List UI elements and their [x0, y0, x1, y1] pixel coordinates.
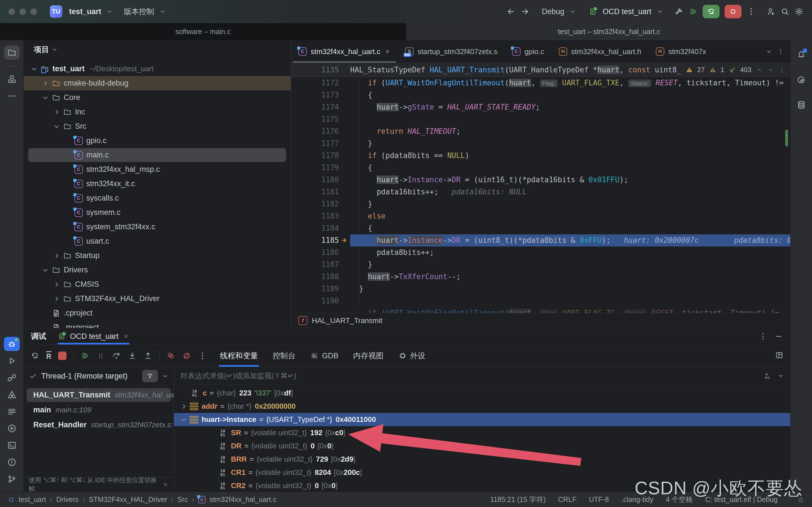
tree-row[interactable]: Csystem_stm32f4xx.c — [24, 220, 291, 234]
tree-row[interactable]: CMSIS — [24, 277, 291, 291]
tab-stm32f4xx_hal_uart.h[interactable]: Hstm32f4xx_hal_uart.h — [552, 40, 649, 63]
tree-row[interactable]: test_uart~/Desktop/test_uart — [24, 62, 291, 76]
line-number[interactable]: 1185 — [291, 234, 350, 246]
sidebar-item-debug[interactable] — [4, 337, 20, 351]
layout-settings-icon[interactable] — [775, 351, 783, 359]
inspections-menu-icon[interactable] — [778, 66, 785, 73]
run-config-selector[interactable]: OCD test_uart — [603, 7, 651, 16]
breadcrumb[interactable]: test_uart›Drivers›STM32F4xx_HAL_Driver›S… — [8, 496, 276, 504]
chevron-right-icon[interactable] — [180, 402, 188, 411]
chevron-down-icon[interactable] — [162, 373, 168, 379]
sidebar-item-git[interactable] — [4, 472, 20, 486]
stop-icon[interactable] — [58, 351, 66, 360]
frames-list[interactable]: HAL_UART_Transmitstm32f4xx_hal_uamainmai… — [24, 385, 174, 432]
sidebar-item-problems[interactable] — [4, 455, 20, 469]
line-number[interactable]: 1172 — [291, 77, 350, 89]
more-actions-icon[interactable] — [747, 7, 756, 16]
mute-breakpoints-icon[interactable] — [182, 351, 191, 360]
watch-input[interactable]: 对表达式求值(↵)或添加监视(⇧⌘↵) — [174, 367, 790, 385]
status-item[interactable]: 1185:21 (15 字符) — [490, 495, 546, 504]
step-over-icon[interactable] — [112, 351, 121, 360]
debug-tab-控制台[interactable]: 控制台 — [273, 345, 296, 367]
step-out-icon[interactable] — [144, 351, 153, 360]
tab-gpio.c[interactable]: Cgpio.c — [505, 40, 551, 63]
tree-row[interactable]: Csyscalls.c — [24, 191, 291, 205]
run-icon[interactable] — [689, 7, 698, 16]
maximize-window-icon[interactable] — [31, 8, 37, 15]
tree-row[interactable]: Startup — [24, 248, 291, 263]
debug-more-icon[interactable] — [198, 351, 207, 360]
breadcrumb-item[interactable]: stm32f4xx_hal_uart.c — [209, 496, 276, 504]
sidebar-item-notifications[interactable] — [794, 47, 809, 61]
variable-row[interactable]: huart->Instance={USART_TypeDef *}0x40011… — [174, 413, 790, 426]
tree-row[interactable]: Cstm32f4xx_hal_msp.c — [24, 162, 291, 177]
chevron-down-icon[interactable] — [41, 94, 50, 102]
sidebar-item-more[interactable] — [4, 89, 20, 103]
line-number[interactable]: 1186 — [291, 246, 350, 259]
minimize-window-icon[interactable] — [19, 8, 26, 15]
line-number[interactable]: 1184 — [291, 222, 350, 234]
sidebar-item-run-anything[interactable] — [4, 421, 20, 436]
chevron-down-icon[interactable] — [52, 122, 61, 131]
next-problem-icon[interactable] — [767, 66, 774, 73]
settings-icon[interactable] — [795, 7, 804, 16]
search-icon[interactable] — [780, 7, 790, 16]
chevron-down-icon[interactable] — [41, 266, 50, 274]
project-tree[interactable]: test_uart~/Desktop/test_uartcmake-build-… — [24, 59, 291, 328]
tree-row[interactable]: Core — [24, 91, 291, 105]
status-item[interactable]: CRLF — [558, 496, 576, 504]
project-selector[interactable]: test_uart — [69, 7, 101, 16]
chevron-down-icon[interactable] — [180, 415, 188, 424]
tree-row[interactable]: cmake-build-debug — [24, 76, 291, 91]
frame-row[interactable]: Reset_Handlerstartup_stm32f407zetx.s: — [24, 417, 174, 432]
line-number[interactable]: 1180 — [291, 174, 350, 186]
tree-row[interactable]: Inc — [24, 105, 291, 119]
tree-row[interactable]: .mxproject — [24, 320, 291, 328]
close-icon[interactable] — [123, 333, 130, 340]
debug-tab-线程和变量[interactable]: 线程和变量 — [220, 345, 258, 367]
debug-options-icon[interactable] — [759, 332, 767, 341]
rerun-icon[interactable] — [31, 351, 40, 360]
sidebar-item-services[interactable] — [4, 371, 20, 385]
line-number[interactable]: 1187 — [291, 259, 350, 271]
reset-mcu-icon[interactable]: R — [46, 351, 51, 360]
frame-row[interactable]: HAL_UART_Transmitstm32f4xx_hal_ua — [24, 388, 174, 402]
status-item[interactable]: UTF-8 — [589, 496, 609, 504]
resume-icon[interactable] — [80, 351, 89, 360]
chevron-right-icon[interactable] — [52, 108, 61, 116]
debug-tab-GDB[interactable]: GDB — [310, 345, 339, 367]
vcs-menu[interactable]: 版本控制 — [124, 6, 154, 17]
line-number[interactable]: 1189 — [291, 283, 350, 295]
variable-row[interactable]: 1001DR={volatile uint32_t}0[0x0] — [174, 439, 790, 453]
tree-row[interactable]: STM32F4xx_HAL_Driver — [24, 291, 291, 306]
run-mode-selector[interactable]: Debug — [542, 7, 564, 16]
breadcrumb-item[interactable]: Src — [177, 496, 188, 504]
tab-stm32f407x[interactable]: Hstm32f407x — [649, 40, 713, 63]
chevron-right-icon[interactable] — [41, 79, 50, 88]
variable-row[interactable]: 1001c={char}223'\337'[0xdf] — [174, 386, 790, 400]
window-controls[interactable] — [8, 8, 37, 15]
back-icon[interactable] — [506, 7, 515, 16]
code-area[interactable]: 1172 if (UART_WaitOnFlagUntilTimeout(hua… — [291, 77, 790, 313]
forward-icon[interactable] — [520, 7, 529, 16]
breadcrumb-item[interactable]: Drivers — [56, 496, 79, 504]
code-with-me-icon[interactable] — [766, 7, 775, 16]
inspections-widget[interactable]: 27 1 403 — [681, 66, 790, 74]
chevron-down-icon[interactable] — [777, 372, 784, 379]
debug-tab-内存视图[interactable]: 内存视图 — [353, 345, 384, 367]
context-function-name[interactable]: HAL_UART_Transmit — [312, 316, 382, 325]
build-icon[interactable] — [674, 7, 683, 16]
line-number[interactable]: 1174 — [291, 101, 350, 113]
tab-stm32f4xx_hal_uart.c[interactable]: Cstm32f4xx_hal_uart.c — [291, 40, 398, 63]
line-number[interactable]: 1173 — [291, 89, 350, 101]
tree-row[interactable]: Cstm32f4xx_it.c — [24, 177, 291, 191]
variable-row[interactable]: 1001BRR={volatile uint32_t}729[0x2d9] — [174, 453, 790, 466]
chevron-right-icon[interactable] — [52, 280, 61, 289]
tree-row[interactable]: Src — [24, 119, 291, 133]
variable-row[interactable]: addr={char *}0x20000000 — [174, 400, 790, 413]
frame-row[interactable]: mainmain.c:109 — [24, 402, 174, 417]
line-number[interactable]: 1190 — [291, 295, 350, 307]
tree-row[interactable]: Csysmem.c — [24, 205, 291, 220]
line-number[interactable]: 1179 — [291, 162, 350, 174]
step-into-icon[interactable] — [128, 351, 137, 360]
